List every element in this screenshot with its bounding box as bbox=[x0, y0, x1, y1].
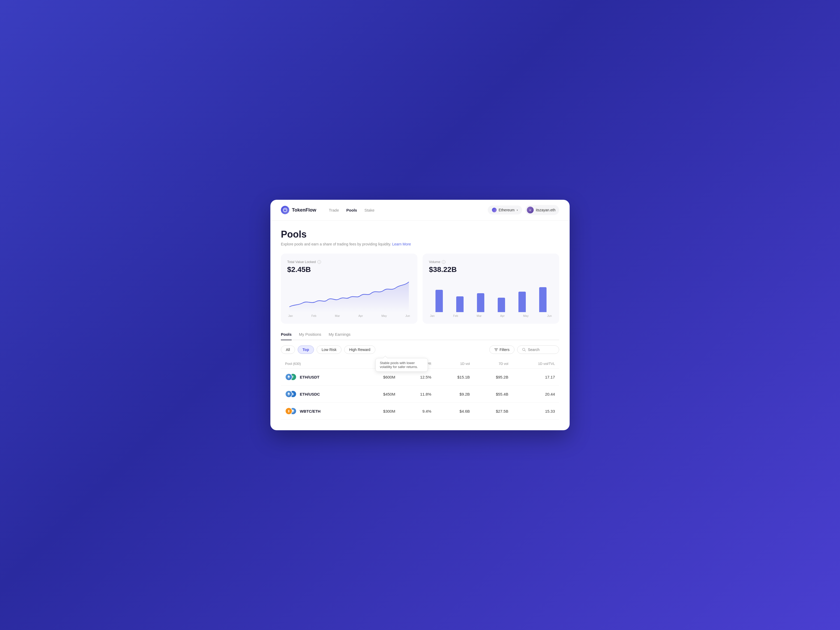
nav-trade[interactable]: Trade bbox=[329, 208, 339, 212]
tvl-wbtc-eth: $300M bbox=[362, 403, 399, 420]
user-name: itszayan.eth bbox=[536, 208, 556, 212]
vol1d-wbtc-eth: $4.6B bbox=[436, 403, 474, 420]
filter-low-risk[interactable]: Low Risk bbox=[317, 346, 341, 354]
table-row[interactable]: ₿ WBTC/ETH $300M 9.4% $4.6B $27.5B 15.33 bbox=[281, 403, 559, 420]
nav-links: Trade Pools Stake bbox=[329, 208, 479, 212]
token-icons-eth-usdc: $ bbox=[285, 390, 297, 398]
main-content: Pools Explore pools and earn a share of … bbox=[270, 221, 570, 430]
app-card: TokenFlow Trade Pools Stake Ethereum ▾ i… bbox=[270, 200, 570, 430]
token-icons-eth-usdt: T bbox=[285, 373, 297, 381]
voltv-wbtc-eth: 15.33 bbox=[512, 403, 559, 420]
nav-right: Ethereum ▾ iz itszayan.eth bbox=[488, 205, 559, 215]
voltv-eth-usdc: 20.44 bbox=[512, 385, 559, 403]
svg-marker-6 bbox=[287, 375, 290, 377]
eth-icon bbox=[285, 373, 292, 381]
chevron-down-icon: ▾ bbox=[516, 209, 518, 212]
pool-pair-eth-usdc: ETH/USDC bbox=[300, 392, 320, 396]
filter-row: All Top Low Risk High Reward Stable pool… bbox=[281, 346, 559, 354]
tvl-chart-card: Total Value Locked i $2.45B bbox=[281, 254, 417, 324]
bar-jun bbox=[539, 287, 546, 312]
nav-stake[interactable]: Stake bbox=[364, 208, 374, 212]
bar-group-jun bbox=[534, 278, 552, 312]
network-label: Ethereum bbox=[499, 208, 515, 212]
pool-name-cell: $ ETH/USDC bbox=[281, 385, 362, 403]
tab-pools[interactable]: Pools bbox=[281, 332, 292, 340]
tvl-x-labels: Jan Feb Mar Apr May Jun bbox=[287, 314, 411, 317]
apr-wbtc-eth: 9.4% bbox=[399, 403, 436, 420]
tvl-info-icon[interactable]: i bbox=[317, 260, 321, 264]
vol7d-eth-usdt: $95.2B bbox=[474, 369, 513, 385]
bar-group-jan bbox=[430, 278, 448, 312]
nav-pools[interactable]: Pools bbox=[346, 208, 357, 212]
user-button[interactable]: iz itszayan.eth bbox=[525, 205, 559, 215]
bar-group-mar bbox=[471, 278, 489, 312]
filter-top[interactable]: Top bbox=[298, 346, 314, 354]
vol7d-eth-usdc: $55.4B bbox=[474, 385, 513, 403]
pool-pair-wbtc-eth: WBTC/ETH bbox=[300, 409, 321, 414]
tab-my-positions[interactable]: My Positions bbox=[299, 332, 321, 340]
low-risk-tooltip: Stable pools with lower volatility for s… bbox=[375, 358, 428, 372]
volume-bar-chart bbox=[429, 278, 553, 312]
vol7d-wbtc-eth: $27.5B bbox=[474, 403, 513, 420]
apr-eth-usdc: 11.8% bbox=[399, 385, 436, 403]
filters-button[interactable]: Filters bbox=[489, 346, 515, 354]
filter-high-reward[interactable]: High Reward bbox=[344, 346, 375, 354]
col-vol-1d: 1D vol bbox=[436, 359, 474, 369]
filter-all[interactable]: All bbox=[281, 346, 295, 354]
bar-mar bbox=[477, 293, 484, 312]
navbar: TokenFlow Trade Pools Stake Ethereum ▾ i… bbox=[270, 200, 570, 221]
bar-group-feb bbox=[451, 278, 469, 312]
filters-icon bbox=[494, 348, 498, 352]
search-box[interactable] bbox=[517, 346, 559, 354]
bar-jan bbox=[436, 290, 443, 312]
voltv-eth-usdt: 17.17 bbox=[512, 369, 559, 385]
tvl-line-chart bbox=[287, 278, 411, 312]
bar-feb bbox=[456, 296, 464, 312]
volume-value: $38.22B bbox=[429, 265, 553, 274]
charts-row: Total Value Locked i $2.45B bbox=[281, 254, 559, 324]
pool-pair-eth-usdt: ETH/USDT bbox=[300, 375, 319, 379]
pool-name-cell: T ETH/USDT bbox=[281, 369, 362, 385]
page-title: Pools bbox=[281, 229, 559, 240]
eth-icon-2 bbox=[285, 390, 292, 398]
volume-label: Volume i bbox=[429, 260, 553, 264]
tvl-value: $2.45B bbox=[287, 265, 411, 274]
col-vol-7d: 7D vol bbox=[474, 359, 513, 369]
bar-apr bbox=[498, 298, 505, 312]
tvl-label: Total Value Locked i bbox=[287, 260, 411, 264]
svg-marker-8 bbox=[287, 392, 290, 395]
pool-name-cell: ₿ WBTC/ETH bbox=[281, 403, 362, 420]
vol1d-eth-usdt: $15.1B bbox=[436, 369, 474, 385]
vol1d-eth-usdc: $9.2B bbox=[436, 385, 474, 403]
volume-chart-card: Volume i $38.22B bbox=[423, 254, 559, 324]
app-logo-text: TokenFlow bbox=[292, 207, 316, 213]
logo-icon bbox=[281, 206, 289, 214]
tvl-eth-usdc: $450M bbox=[362, 385, 399, 403]
network-icon bbox=[492, 208, 497, 212]
tabs-row: Pools My Positions My Earnings bbox=[281, 332, 559, 340]
tooltip-text: Stable pools with lower volatility for s… bbox=[380, 361, 418, 369]
page-subtitle: Explore pools and earn a share of tradin… bbox=[281, 242, 559, 246]
wbtc-icon: ₿ bbox=[285, 407, 292, 415]
col-vol-tvl: 1D vol/TVL bbox=[512, 359, 559, 369]
col-pool: Pool (630) bbox=[281, 359, 362, 369]
svg-point-0 bbox=[283, 208, 287, 212]
volume-info-icon[interactable]: i bbox=[442, 260, 445, 264]
svg-line-5 bbox=[525, 351, 526, 352]
tab-my-earnings[interactable]: My Earnings bbox=[328, 332, 351, 340]
table-row[interactable]: $ ETH/USDC $450M 11.8% $9.2B $55.4B 20.4… bbox=[281, 385, 559, 403]
bar-may bbox=[518, 292, 526, 312]
subtitle-text: Explore pools and earn a share of tradin… bbox=[281, 242, 391, 246]
bar-group-may bbox=[513, 278, 531, 312]
logo-area: TokenFlow bbox=[281, 206, 316, 214]
volume-x-labels: Jan Feb Mar Apr May Jun bbox=[429, 314, 553, 317]
token-icons-wbtc-eth: ₿ bbox=[285, 407, 297, 415]
learn-more-link[interactable]: Learn More bbox=[392, 242, 411, 246]
network-selector[interactable]: Ethereum ▾ bbox=[488, 205, 523, 215]
avatar: iz bbox=[527, 207, 534, 213]
bar-group-apr bbox=[492, 278, 510, 312]
filters-label: Filters bbox=[499, 347, 510, 352]
search-input[interactable] bbox=[528, 347, 554, 352]
search-icon bbox=[522, 348, 526, 352]
